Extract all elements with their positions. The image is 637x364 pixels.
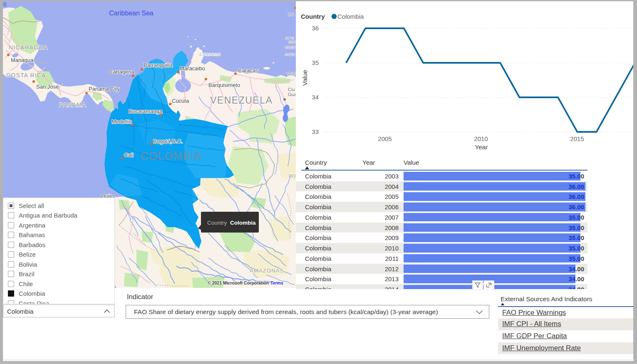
- svg-text:Bucaramanga: Bucaramanga: [129, 108, 163, 114]
- svg-text:Barranquilla: Barranquilla: [144, 62, 173, 68]
- svg-text:AND: AND: [288, 40, 296, 44]
- svg-text:NICARAGUA: NICARAGUA: [9, 44, 48, 51]
- svg-text:GREN: GREN: [285, 45, 295, 50]
- svg-text:Caracas: Caracas: [238, 67, 258, 74]
- svg-text:© 2021 Microsoft Corporation: © 2021 Microsoft Corporation: [208, 280, 269, 285]
- svg-text:2005: 2005: [378, 135, 392, 142]
- svg-text:Managua: Managua: [11, 57, 34, 63]
- svg-text:AMAZONAS: AMAZONAS: [250, 267, 284, 274]
- svg-text:34: 34: [312, 94, 319, 101]
- svg-text:COSTA RICA: COSTA RICA: [6, 72, 46, 79]
- svg-text:Medellín: Medellín: [112, 119, 132, 125]
- svg-text:Year: Year: [475, 144, 488, 151]
- svg-text:Barquisimeto: Barquisimeto: [208, 82, 240, 88]
- svg-text:DO: DO: [288, 12, 294, 17]
- svg-text:33: 33: [312, 128, 319, 135]
- svg-text:Gua: Gua: [288, 92, 296, 97]
- svg-text:VENEZUELA: VENEZUELA: [210, 95, 273, 106]
- svg-text:Cúcuta: Cúcuta: [172, 98, 189, 104]
- svg-text:2015: 2015: [570, 135, 584, 142]
- svg-text:Cartagena: Cartagena: [109, 69, 134, 75]
- svg-text:San José: San José: [36, 84, 59, 90]
- svg-text:Cali: Cali: [124, 152, 134, 158]
- svg-text:COLOMBIA: COLOMBIA: [141, 150, 202, 162]
- svg-text:Value: Value: [301, 70, 308, 86]
- svg-text:Terms: Terms: [270, 280, 283, 285]
- svg-text:Panama City: Panama City: [89, 86, 120, 92]
- svg-text:Ciu: Ciu: [288, 87, 295, 92]
- svg-text:PANAMA: PANAMA: [59, 102, 86, 108]
- svg-text:2010: 2010: [474, 135, 488, 142]
- svg-text:GREN: GREN: [285, 52, 295, 57]
- svg-text:Maracaibo: Maracaibo: [180, 65, 205, 72]
- svg-text:Caribbean Sea: Caribbean Sea: [109, 10, 154, 17]
- svg-text:RO: RO: [289, 173, 296, 178]
- svg-text:Colombia: Colombia: [337, 13, 364, 20]
- svg-text:TRIN: TRIN: [286, 72, 296, 77]
- svg-text:36: 36: [312, 25, 319, 32]
- svg-text:CURACAO: CURACAO: [199, 52, 221, 57]
- svg-text:35: 35: [312, 59, 319, 66]
- svg-text:Bogotá,D.C.: Bogotá,D.C.: [153, 138, 183, 144]
- svg-text:Country: Country: [301, 13, 325, 20]
